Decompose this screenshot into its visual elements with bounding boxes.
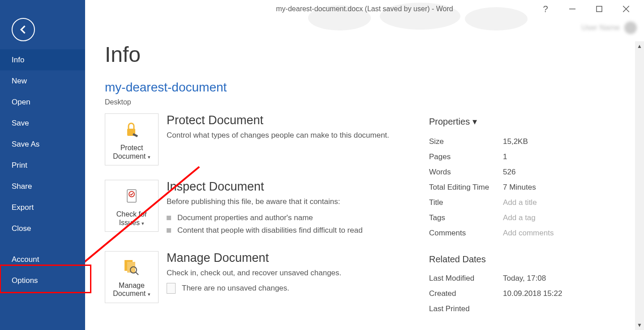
tile-label: Protect Document — [113, 144, 146, 160]
sidebar-item-label: Print — [12, 161, 27, 170]
property-row: Pages1 — [429, 149, 624, 165]
related-dates-heading: Related Dates — [429, 254, 624, 265]
property-row: CommentsAdd comments — [429, 226, 624, 241]
backstage-sidebar: Info New Open Save Save As Print Share E… — [0, 0, 85, 330]
property-row: TitleAdd a title — [429, 195, 624, 210]
sidebar-item-label: Export — [12, 203, 34, 212]
app-root: Info New Open Save Save As Print Share E… — [0, 0, 644, 330]
sidebar-item-label: Save As — [12, 140, 39, 149]
property-key: Size — [429, 137, 503, 146]
back-button[interactable] — [12, 18, 35, 41]
properties-heading[interactable]: Properties ▾ — [429, 116, 624, 127]
manage-icon — [122, 257, 142, 277]
svg-line-13 — [136, 272, 138, 275]
page-icon — [167, 283, 176, 294]
document-name: my-dearest-document — [105, 80, 624, 95]
sidebar-item-close[interactable]: Close — [0, 218, 85, 239]
sidebar-item-export[interactable]: Export — [0, 197, 85, 218]
help-button[interactable]: ? — [537, 3, 554, 15]
chevron-down-icon: ▾ — [472, 116, 477, 127]
date-value: Today, 17:08 — [503, 274, 546, 283]
arrow-left-icon — [17, 23, 30, 36]
property-value[interactable]: Add a title — [503, 198, 537, 207]
sidebar-item-label: Info — [12, 56, 24, 65]
sidebar-item-label: Account — [12, 255, 39, 264]
sidebar-item-print[interactable]: Print — [0, 155, 85, 176]
inspect-document-section: Check for Issues ▾ Inspect Document Befo… — [105, 180, 418, 237]
sidebar-item-save[interactable]: Save — [0, 113, 85, 134]
sidebar-item-account[interactable]: Account — [0, 249, 85, 270]
no-changes-text: There are no unsaved changes. — [182, 284, 289, 293]
date-key: Created — [429, 289, 503, 298]
user-account-area[interactable]: User Name — [581, 22, 637, 34]
close-button[interactable] — [618, 3, 634, 15]
manage-document-button[interactable]: Manage Document ▾ — [105, 251, 159, 303]
user-name: User Name — [581, 23, 620, 32]
scroll-down-icon[interactable]: ▼ — [637, 320, 642, 330]
section-desc: Control what types of changes people can… — [167, 130, 389, 141]
property-row: Total Editing Time7 Minutes — [429, 180, 624, 195]
sidebar-item-new[interactable]: New — [0, 70, 85, 91]
property-value: 15,2KB — [503, 137, 528, 146]
avatar — [624, 22, 637, 34]
no-changes-row: There are no unsaved changes. — [167, 283, 341, 294]
section-desc: Before publishing this file, be aware th… — [167, 196, 363, 207]
property-value[interactable]: Add comments — [503, 229, 554, 238]
protect-document-button[interactable]: Protect Document ▾ — [105, 113, 159, 165]
section-desc: Check in, check out, and recover unsaved… — [167, 268, 341, 278]
sidebar-item-label: Close — [12, 224, 31, 233]
scroll-up-icon[interactable]: ▲ — [637, 41, 642, 51]
date-row: Created10.09.2018 15:22 — [429, 286, 624, 301]
bullet-icon — [167, 228, 171, 233]
chevron-down-icon: ▾ — [148, 291, 150, 297]
sidebar-item-info[interactable]: Info — [0, 49, 85, 70]
svg-rect-4 — [597, 6, 602, 12]
document-location: Desktop — [105, 98, 624, 106]
property-row: Words526 — [429, 165, 624, 180]
page-title: Info — [105, 42, 624, 67]
date-row: Last ModifiedToday, 17:08 — [429, 271, 624, 286]
section-heading: Protect Document — [167, 113, 389, 127]
date-key: Last Printed — [429, 304, 503, 313]
minimize-button[interactable] — [564, 3, 580, 15]
minimize-icon — [569, 6, 575, 12]
manage-document-section: Manage Document ▾ Manage Document Check … — [105, 251, 418, 303]
check-for-issues-button[interactable]: Check for Issues ▾ — [105, 180, 159, 232]
inspect-bullet: Content that people with disabilities fi… — [167, 224, 363, 237]
chevron-down-icon: ▾ — [148, 154, 150, 160]
property-key: Title — [429, 198, 503, 207]
property-row: TagsAdd a tag — [429, 210, 624, 226]
property-key: Pages — [429, 152, 503, 161]
chevron-down-icon: ▾ — [142, 221, 144, 226]
sidebar-item-options[interactable]: Options — [0, 270, 85, 291]
window-title: my-dearest-document.docx (Last saved by … — [276, 5, 453, 13]
sidebar-item-label: Share — [12, 182, 32, 191]
properties-heading-text: Properties — [429, 117, 470, 127]
sidebar-item-label: Save — [12, 119, 29, 128]
bullet-text: Document properties and author's name — [177, 213, 313, 222]
property-value: 7 Minutes — [503, 183, 536, 192]
inspect-bullet: Document properties and author's name — [167, 212, 363, 224]
property-key: Comments — [429, 229, 503, 238]
property-key: Words — [429, 168, 503, 177]
sidebar-item-open[interactable]: Open — [0, 91, 85, 113]
related-dates-table: Last ModifiedToday, 17:08Created10.09.20… — [429, 271, 624, 317]
close-icon — [623, 6, 629, 12]
sidebar-item-share[interactable]: Share — [0, 176, 85, 197]
property-value: 526 — [503, 168, 515, 177]
bullet-icon — [167, 216, 171, 220]
maximize-icon — [596, 6, 602, 12]
sidebar-item-save-as[interactable]: Save As — [0, 134, 85, 155]
vertical-scrollbar[interactable]: ▲ ▼ — [635, 41, 644, 330]
maximize-button[interactable] — [591, 3, 607, 15]
sidebar-item-label: New — [12, 77, 27, 86]
properties-table: Size15,2KBPages1Words526Total Editing Ti… — [429, 134, 624, 241]
date-value: 10.09.2018 15:22 — [503, 289, 562, 298]
property-key: Total Editing Time — [429, 183, 503, 192]
property-value[interactable]: Add a tag — [503, 213, 536, 222]
date-row: Last Printed — [429, 301, 624, 317]
date-key: Last Modified — [429, 274, 503, 283]
tile-label: Manage Document — [113, 282, 146, 297]
title-bar: my-dearest-document.docx (Last saved by … — [85, 0, 644, 18]
section-heading: Manage Document — [167, 251, 341, 265]
